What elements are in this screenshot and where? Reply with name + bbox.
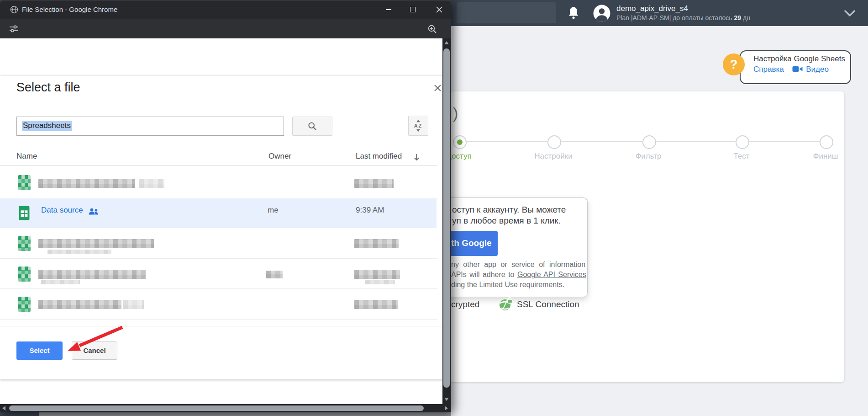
vertical-scrollbar-thumb[interactable] (443, 48, 450, 388)
step-filter-circle[interactable] (642, 135, 656, 149)
redacted-name (38, 270, 146, 279)
window-titlebar[interactable]: File Selection - Google Chrome (0, 0, 451, 19)
chevron-down-icon[interactable] (844, 10, 856, 17)
file-modified: 9:39 AM (356, 206, 384, 215)
file-name: Data source (41, 206, 83, 215)
redacted-owner (266, 271, 283, 278)
disclaimer-line3: ding the Limited Use requirements. (451, 281, 564, 289)
search-icon (308, 122, 317, 131)
days-left: 29 (734, 14, 742, 21)
video-link[interactable]: Видео (806, 65, 829, 74)
address-bar[interactable]: s4.apix-drive.com/private/google-docs-ca… (0, 19, 451, 38)
close-window-button[interactable] (433, 4, 446, 16)
video-camera-icon (792, 66, 803, 72)
question-help-icon[interactable]: ? (723, 53, 745, 75)
disclaimer-line1: ny other app or service of information (451, 261, 585, 269)
panel-text-line2: уп в любое время в 1 клик. (452, 216, 561, 226)
actions-counter: Действия: 6 из 150'000 (0%) (457, 2, 556, 23)
step-settings-circle[interactable] (547, 135, 561, 149)
column-header-name[interactable]: Name (16, 152, 37, 161)
file-icon-redacted (18, 297, 31, 312)
step-label-finish[interactable]: Финиш (798, 152, 853, 161)
zoom-in-icon[interactable] (427, 24, 437, 34)
step-label-test[interactable]: Тест (714, 152, 769, 161)
dialog-title: Select a file (16, 80, 80, 95)
column-header-modified[interactable]: Last modified (356, 152, 402, 161)
site-info-icon[interactable] (9, 25, 18, 33)
step-test-circle[interactable] (736, 135, 749, 149)
page-globe-icon (10, 5, 18, 14)
ssl-globe-lock-icon (499, 297, 513, 312)
redacted-name-ext (123, 300, 144, 309)
google-api-services-link[interactable]: Google API Services (517, 271, 586, 278)
step-label-filter[interactable]: Фильтр (621, 152, 676, 161)
help-link[interactable]: Справка (753, 65, 784, 74)
search-button[interactable] (292, 117, 332, 136)
search-input[interactable]: Spreadsheets (16, 117, 284, 136)
panel-text-line1: оступ к аккаунту. Вы можете (452, 205, 566, 215)
red-arrow-annotation (64, 324, 128, 357)
window-title: File Selection - Google Chrome (22, 5, 117, 13)
search-input-value: Spreadsheets (22, 121, 72, 131)
file-icon-redacted (18, 236, 31, 251)
file-row-redacted-4[interactable] (0, 288, 437, 319)
file-row-redacted-1[interactable] (0, 166, 437, 198)
file-icon-redacted (18, 175, 31, 190)
sort-direction-arrow-icon[interactable] (414, 154, 420, 161)
sort-az-icon: AZ (409, 116, 428, 135)
redacted-name (38, 179, 135, 188)
help-title: Настройка Google Sheets (753, 54, 845, 64)
redacted-name-sub (47, 250, 111, 254)
redacted-date (354, 239, 399, 248)
account-menu[interactable]: demo_apix_drive_s4 Plan |ADM-AP-SM| до о… (616, 4, 836, 24)
disclaimer-line2: APIs will adhere to Google API Services (451, 271, 586, 279)
avatar[interactable] (593, 5, 610, 22)
step-finish-circle[interactable] (820, 135, 833, 149)
column-header-owner[interactable]: Owner (268, 152, 291, 161)
file-row-data-source[interactable]: Data source me 9:39 AM (0, 198, 437, 228)
select-button[interactable]: Select (16, 341, 63, 360)
redacted-date (354, 270, 400, 279)
redacted-date (354, 179, 394, 188)
redacted-name (38, 300, 121, 309)
google-sheets-icon (18, 206, 30, 220)
sort-button[interactable]: AZ (408, 116, 428, 136)
step-active-dot (457, 139, 463, 145)
file-row-redacted-3[interactable] (0, 258, 437, 288)
card-heading-fragment: ) (453, 104, 458, 122)
file-row-redacted-2[interactable] (0, 228, 437, 258)
redacted-date-sub (365, 280, 395, 284)
redacted-name (38, 239, 154, 248)
account-plan: Plan |ADM-AP-SM| до оплаты осталось 29 д… (616, 14, 750, 21)
close-x-icon (436, 6, 442, 13)
file-owner: me (268, 206, 279, 215)
minimize-button[interactable] (382, 4, 395, 16)
help-links-row: Справка Видео (753, 65, 829, 74)
horizontal-scrollbar-thumb[interactable] (9, 405, 424, 411)
step-access-circle[interactable] (453, 135, 467, 149)
encrypted-label-fragment: crypted (451, 299, 479, 309)
redacted-name-sub (41, 280, 80, 284)
step-label-settings[interactable]: Настройки (526, 152, 581, 161)
dialog-close-icon[interactable] (434, 84, 442, 92)
google-button-label: th Google (451, 238, 492, 248)
chrome-popup-window: File Selection - Google Chrome s4.apix-d… (0, 0, 451, 412)
redacted-date (354, 300, 398, 309)
maximize-button[interactable] (406, 4, 419, 16)
shared-people-icon (88, 208, 100, 215)
ssl-connection-label: SSL Connection (517, 299, 579, 309)
redacted-name-ext (139, 179, 164, 188)
account-name: demo_apix_drive_s4 (616, 4, 688, 13)
file-icon-redacted (18, 267, 31, 282)
notification-bell-icon[interactable] (568, 6, 579, 20)
